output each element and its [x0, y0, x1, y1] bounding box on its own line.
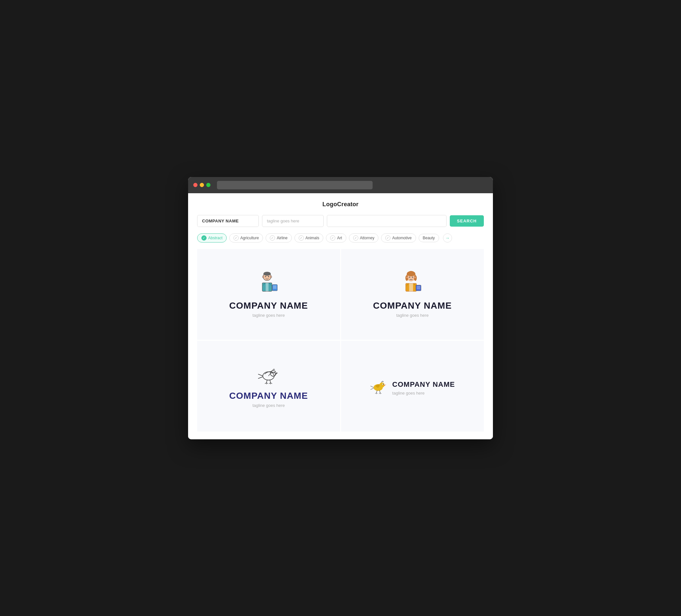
minimize-button[interactable]: [200, 183, 204, 187]
svg-point-27: [409, 277, 410, 278]
svg-point-30: [414, 277, 415, 279]
svg-point-1: [263, 272, 271, 276]
svg-line-37: [267, 383, 268, 384]
keyword-input[interactable]: [327, 215, 447, 227]
app-content: LogoCreator SEARCH ✓ Abstract ✓ Agricult…: [188, 193, 493, 439]
check-icon: ✓: [233, 235, 239, 240]
tagline-input[interactable]: [262, 215, 324, 227]
filter-tab-beauty[interactable]: Beauty: [419, 234, 439, 242]
check-icon: ✓: [270, 235, 275, 240]
svg-point-12: [262, 276, 263, 278]
maximize-button[interactable]: [206, 183, 210, 187]
svg-line-50: [379, 390, 380, 393]
filter-tab-art[interactable]: ✓ Art: [326, 233, 346, 242]
logo-tagline-2: tagline goes here: [396, 313, 429, 318]
titlebar: [188, 177, 493, 193]
check-icon: ✓: [330, 235, 335, 240]
logo-company-name-4: COMPANY NAME: [393, 380, 455, 389]
traffic-lights: [193, 183, 210, 187]
search-button[interactable]: SEARCH: [450, 215, 484, 227]
filter-tab-attorney[interactable]: ✓ Attorney: [349, 233, 379, 242]
filter-tab-automotive[interactable]: ✓ Automotive: [381, 233, 416, 242]
logo-card-1[interactable]: COMPANY NAME tagline goes here: [197, 249, 340, 340]
filter-tab-agriculture[interactable]: ✓ Agriculture: [229, 233, 263, 242]
logo-company-name-2: COMPANY NAME: [373, 301, 452, 311]
svg-rect-6: [272, 285, 278, 291]
svg-point-29: [406, 277, 408, 279]
logo-tagline-1: tagline goes here: [252, 313, 285, 318]
svg-point-16: [407, 272, 415, 277]
filter-label: Beauty: [423, 236, 435, 240]
attorney-male-icon: [257, 271, 280, 297]
logo-tagline-4: tagline goes here: [393, 391, 455, 395]
check-icon: ✓: [385, 235, 390, 240]
filter-label: Agriculture: [240, 236, 259, 240]
svg-point-33: [274, 372, 275, 373]
filter-label: Art: [337, 236, 342, 240]
logo-card-2[interactable]: COMPANY NAME tagline goes here: [341, 249, 484, 340]
logo-card-4[interactable]: COMPANY NAME tagline goes here: [341, 341, 484, 432]
filter-label: Automotive: [392, 236, 411, 240]
logo-card-3[interactable]: COMPANY NAME tagline goes here: [197, 341, 340, 432]
logo-grid: COMPANY NAME tagline goes here: [197, 249, 484, 432]
check-icon: ✓: [299, 235, 304, 240]
check-icon: ✓: [201, 235, 207, 240]
attorney-female-icon: [401, 271, 424, 297]
svg-point-45: [383, 384, 384, 385]
svg-rect-3: [266, 283, 269, 291]
filter-tabs: ✓ Abstract ✓ Agriculture ✓ Airline ✓ Ani…: [197, 233, 484, 242]
logo-company-name-1: COMPANY NAME: [229, 301, 308, 311]
filter-tab-animals[interactable]: ✓ Animals: [295, 233, 324, 242]
filter-label: Attorney: [360, 236, 375, 240]
svg-line-46: [376, 390, 377, 393]
svg-line-53: [380, 393, 381, 393]
filter-label: Abstract: [208, 236, 223, 240]
address-bar[interactable]: [217, 181, 373, 189]
filter-label: Airline: [277, 236, 287, 240]
filter-tab-abstract[interactable]: ✓ Abstract: [197, 233, 227, 242]
app-title: LogoCreator: [197, 201, 484, 208]
svg-point-13: [271, 276, 272, 278]
svg-line-35: [265, 383, 267, 384]
svg-rect-23: [416, 285, 421, 291]
svg-line-49: [376, 393, 377, 393]
logo-tagline-3: tagline goes here: [252, 403, 285, 408]
svg-point-10: [265, 276, 267, 277]
bird-color-icon: [370, 377, 388, 395]
svg-point-11: [268, 276, 270, 277]
filter-next-button[interactable]: →: [443, 233, 452, 242]
browser-window: LogoCreator SEARCH ✓ Abstract ✓ Agricult…: [188, 177, 493, 439]
logo-text-block-4: COMPANY NAME tagline goes here: [393, 377, 455, 395]
search-bar: SEARCH: [197, 215, 484, 227]
svg-line-41: [271, 383, 272, 384]
bird-outline-icon: [255, 364, 281, 387]
svg-rect-20: [409, 283, 413, 291]
svg-line-39: [269, 383, 271, 384]
svg-line-47: [375, 393, 376, 393]
svg-point-28: [412, 277, 413, 278]
svg-line-51: [379, 393, 380, 393]
company-name-input[interactable]: [197, 215, 259, 227]
logo-company-name-3: COMPANY NAME: [229, 391, 308, 401]
close-button[interactable]: [193, 183, 198, 187]
check-icon: ✓: [353, 235, 358, 240]
svg-point-43: [379, 383, 385, 388]
filter-tab-airline[interactable]: ✓ Airline: [266, 233, 292, 242]
filter-label: Animals: [305, 236, 320, 240]
